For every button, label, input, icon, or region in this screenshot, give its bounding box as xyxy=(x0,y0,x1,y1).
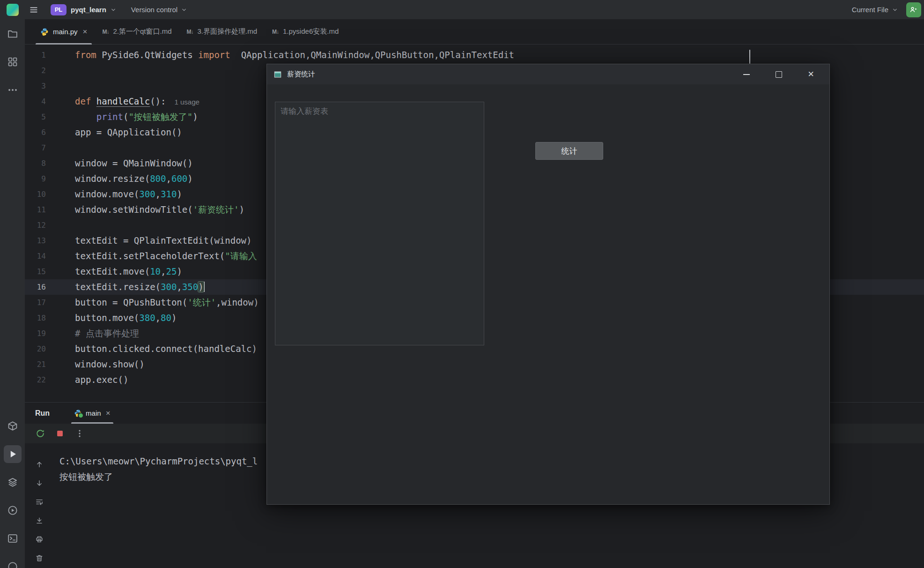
code-token: textEdit.resize( xyxy=(75,282,161,292)
services-button[interactable] xyxy=(4,473,22,491)
line-number[interactable]: 22 xyxy=(25,372,75,388)
more-horizontal-button[interactable] xyxy=(4,81,22,99)
more-vertical-button[interactable] xyxy=(74,427,86,440)
line-number[interactable]: 10 xyxy=(25,187,75,202)
tab-close-icon[interactable]: × xyxy=(83,28,88,36)
code-token: ) xyxy=(171,313,177,323)
code-token: button.clicked.connect(handleCalc) xyxy=(75,344,257,354)
stats-button[interactable]: 统计 xyxy=(535,142,603,160)
code-token: ) xyxy=(239,204,244,215)
line-number[interactable]: 20 xyxy=(25,341,75,357)
window-icon xyxy=(274,70,282,79)
line-number[interactable]: 4 xyxy=(25,94,75,109)
notifications-button[interactable] xyxy=(4,558,22,568)
stop-button[interactable] xyxy=(54,427,66,440)
version-control-selector[interactable]: Version control xyxy=(131,6,188,14)
arrow-down-button[interactable] xyxy=(34,479,44,487)
python-packages-icon xyxy=(7,420,18,432)
structure-button[interactable] xyxy=(4,53,22,71)
line-number[interactable]: 19 xyxy=(25,326,75,341)
run-button[interactable] xyxy=(4,445,22,463)
run-tab-main[interactable]: main × xyxy=(71,403,113,424)
clear-icon xyxy=(35,554,44,562)
activity-bar-bottom xyxy=(4,417,22,568)
print-button[interactable] xyxy=(34,535,44,544)
code-with-me-button[interactable] xyxy=(906,2,921,17)
code-token: , xyxy=(161,266,166,277)
scrollbar-thumb[interactable] xyxy=(749,50,750,64)
notifications-icon xyxy=(7,561,18,568)
code-token: PySide6.QtWidgets xyxy=(96,50,198,60)
line-number[interactable]: 13 xyxy=(25,233,75,248)
tab-2.第一个qt窗口.md[interactable]: M↓2.第一个qt窗口.md xyxy=(95,19,179,44)
code-token: 25 xyxy=(166,266,177,277)
line-number[interactable]: 12 xyxy=(25,217,75,233)
code-token: window.setWindowTitle( xyxy=(75,204,193,215)
line-number[interactable]: 8 xyxy=(25,156,75,171)
scroll-to-end-button[interactable] xyxy=(34,516,44,525)
salary-textedit[interactable] xyxy=(275,102,484,345)
code-token: 310 xyxy=(161,189,177,199)
line-number[interactable]: 9 xyxy=(25,171,75,187)
tab-1.pyside6安装.md[interactable]: M↓1.pyside6安装.md xyxy=(265,19,346,44)
code-token: ) xyxy=(177,189,182,199)
code-token: 380 xyxy=(139,313,155,323)
main-menu-button[interactable] xyxy=(26,2,41,17)
code-token: print xyxy=(96,112,123,122)
run-configuration-selector[interactable]: Current File xyxy=(852,6,899,14)
line-number[interactable]: 5 xyxy=(25,109,75,125)
line-number[interactable]: 21 xyxy=(25,357,75,372)
editor-tab-bar: main.py×M↓2.第一个qt窗口.mdM↓3.界面操作处理.mdM↓1.p… xyxy=(25,19,924,45)
maximize-button[interactable] xyxy=(762,64,795,84)
dialog-title: 薪资统计 xyxy=(287,70,315,79)
minimize-button[interactable] xyxy=(730,64,762,84)
activity-bar-top xyxy=(4,25,22,99)
project-folder-button[interactable] xyxy=(4,25,22,43)
line-number[interactable]: 14 xyxy=(25,248,75,264)
code-token: , xyxy=(155,313,161,323)
code-token: ) xyxy=(177,266,182,277)
code-line[interactable]: 1from PySide6.QtWidgets import QApplicat… xyxy=(25,47,924,63)
rerun-button[interactable] xyxy=(34,427,46,440)
close-button[interactable]: ✕ xyxy=(795,64,827,84)
line-number[interactable]: 15 xyxy=(25,264,75,279)
arrow-up-button[interactable] xyxy=(34,460,44,469)
dialog-body: 统计 xyxy=(267,84,829,504)
code-token: handleCalc xyxy=(96,96,150,106)
code-token: def xyxy=(75,96,96,106)
python-packages-button[interactable] xyxy=(4,417,22,435)
run-tab-close-icon[interactable]: × xyxy=(106,409,111,417)
code-token: 350 xyxy=(182,282,198,292)
dialog-titlebar[interactable]: 薪资统计 ✕ xyxy=(267,64,829,84)
line-number[interactable]: 3 xyxy=(25,78,75,94)
run-anything-button[interactable] xyxy=(4,501,22,519)
markdown-icon: M↓ xyxy=(272,29,279,35)
code-text: from PySide6.QtWidgets import QApplicati… xyxy=(75,47,924,63)
line-number[interactable]: 16 xyxy=(25,279,75,295)
stop-icon xyxy=(55,428,65,439)
soft-wrap-icon xyxy=(35,498,44,506)
clear-button[interactable] xyxy=(34,554,44,562)
code-token: , xyxy=(155,189,161,199)
tab-main.py[interactable]: main.py× xyxy=(33,19,95,44)
chevron-down-icon xyxy=(110,6,117,14)
hamburger-icon xyxy=(29,5,38,15)
code-token: window.resize( xyxy=(75,173,150,184)
tab-3.界面操作处理.md[interactable]: M↓3.界面操作处理.md xyxy=(179,19,265,44)
code-token: ) xyxy=(192,112,198,122)
line-number[interactable]: 1 xyxy=(25,47,75,63)
line-number[interactable]: 6 xyxy=(25,125,75,140)
code-token: ) xyxy=(198,282,203,292)
line-number[interactable]: 18 xyxy=(25,310,75,326)
line-number[interactable]: 17 xyxy=(25,295,75,310)
terminal-button[interactable] xyxy=(4,530,22,547)
project-selector[interactable]: pyqt_learn xyxy=(71,6,117,14)
code-token: "请输入 xyxy=(225,251,257,261)
code-token: from xyxy=(75,50,96,60)
line-number[interactable]: 11 xyxy=(25,202,75,217)
terminal-icon xyxy=(7,533,18,544)
soft-wrap-button[interactable] xyxy=(34,498,44,506)
code-token: 800 xyxy=(150,173,166,184)
line-number[interactable]: 2 xyxy=(25,63,75,78)
line-number[interactable]: 7 xyxy=(25,140,75,156)
